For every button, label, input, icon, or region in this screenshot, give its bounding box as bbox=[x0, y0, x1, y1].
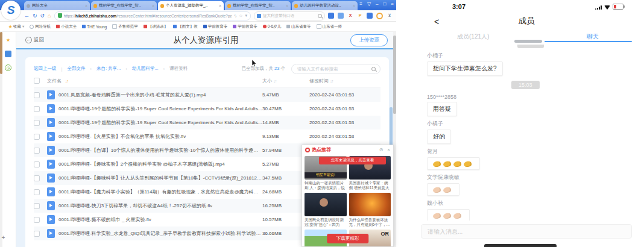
tab-close-icon[interactable]: × bbox=[219, 4, 221, 8]
quick-search-box[interactable]: 提大利济莱特口语 bbox=[254, 11, 325, 20]
tab-chat[interactable]: 聊天 bbox=[587, 33, 599, 41]
tab-label: 网址大全 bbox=[32, 3, 83, 8]
row-checkbox[interactable] bbox=[34, 203, 40, 209]
row-checkbox[interactable] bbox=[34, 120, 40, 126]
panel-icon[interactable]: ▽ bbox=[367, 1, 371, 7]
minimize-button[interactable]: – bbox=[376, 1, 378, 7]
flash-icon[interactable]: ϟ bbox=[234, 14, 236, 18]
apps-icon[interactable] bbox=[5, 51, 11, 57]
back-chevron-button[interactable]: < bbox=[434, 17, 439, 27]
browser-tab-active[interactable]: 个人资源库_辅助教学_.. × bbox=[158, 1, 224, 10]
row-checkbox[interactable] bbox=[34, 231, 40, 237]
browser-tab[interactable]: 网址大全 × bbox=[24, 1, 90, 10]
table-row[interactable]: 0001.凤凰宽频-看母鸡孵蛋第一个出来的小鸡 毛茸茸的惹人爱(1).mp4 5… bbox=[34, 88, 380, 102]
breadcrumb-current: 课程资料 bbox=[169, 66, 188, 72]
key-extension-icon[interactable]: P bbox=[357, 13, 363, 19]
search-icon[interactable] bbox=[371, 67, 376, 71]
ring-extension-icon[interactable] bbox=[376, 13, 383, 19]
row-checkbox[interactable] bbox=[34, 175, 40, 181]
search-icon[interactable] bbox=[318, 14, 322, 18]
row-checkbox[interactable] bbox=[34, 134, 40, 140]
row-checkbox[interactable] bbox=[34, 106, 40, 112]
browser-tab[interactable]: 我的学堂_在线学堂_智.. × bbox=[225, 1, 291, 10]
file-search-input[interactable] bbox=[296, 66, 369, 72]
history-icon[interactable]: ↺ bbox=[40, 13, 45, 19]
chat-message: 文学院康晓敏 bbox=[427, 174, 626, 196]
message-input[interactable] bbox=[421, 224, 632, 239]
table-row[interactable]: 0001.哔哩哔哩-【火星实验】不会氧化的苹果 抗氧化实验.flv 9.13MB… bbox=[34, 130, 380, 143]
row-checkbox[interactable] bbox=[34, 161, 40, 167]
file-search-box[interactable] bbox=[291, 64, 380, 74]
ad-news-item[interactable]: 为什么AI怪兽要被坏淡 元，只有规则6个字，... bbox=[349, 193, 391, 227]
ad-close-icon[interactable]: × bbox=[387, 147, 390, 152]
address-bar[interactable]: https://hikeh5.zhihuishu.com/resourceCen… bbox=[54, 11, 251, 20]
tab-close-icon[interactable]: × bbox=[353, 4, 355, 8]
bookmark-item[interactable]: 收藏▾ bbox=[8, 24, 24, 30]
refresh-icon[interactable]: ↻ bbox=[33, 13, 37, 19]
dropdown-chevron-icon[interactable]: ▾ bbox=[245, 13, 247, 18]
browser-tab[interactable]: 幼儿园科学教育活动设.. × bbox=[292, 1, 358, 10]
table-row[interactable]: 0001.哔哩哔哩-19个超酷的科学实验-19 Super Cool Scien… bbox=[34, 102, 380, 116]
video-file-icon bbox=[47, 104, 55, 113]
extension-icon[interactable] bbox=[338, 13, 344, 19]
breadcrumb-link[interactable]: 来自: 共享... bbox=[96, 66, 121, 72]
row-checkbox[interactable] bbox=[34, 189, 40, 195]
tab-close-icon[interactable]: × bbox=[152, 4, 154, 8]
sender-name: 文学院康晓敏 bbox=[427, 174, 626, 181]
bookmark-item[interactable]: 学前教育专 bbox=[203, 24, 228, 30]
bookmark-item[interactable]: 【讲清录】 bbox=[144, 24, 168, 30]
extension-icon[interactable] bbox=[328, 13, 334, 19]
maximize-button[interactable]: □ bbox=[383, 1, 386, 7]
bookmark-item[interactable]: 齐鲁师范学 bbox=[112, 24, 138, 30]
bookmark-item[interactable]: 网址导航 bbox=[30, 24, 51, 30]
sort-date-icon[interactable]: ↓↑ bbox=[330, 79, 333, 83]
ad-settings-gear-icon[interactable]: ⊙ bbox=[379, 147, 384, 152]
favicon-icon bbox=[227, 4, 231, 8]
clap-emoji bbox=[453, 161, 462, 168]
video-file-icon bbox=[47, 132, 55, 141]
screenshot-icon[interactable] bbox=[367, 13, 373, 19]
menu-icon[interactable]: ≡ bbox=[359, 1, 362, 7]
bookmark-star-icon[interactable]: ☆ bbox=[239, 13, 242, 18]
tab-members[interactable]: 成员(121人) bbox=[457, 33, 489, 41]
tab-close-icon[interactable]: × bbox=[85, 4, 87, 8]
row-checkbox[interactable] bbox=[34, 148, 40, 154]
bookmarks-bar: 收藏▾ 网址导航 小说大全 THE Young 齐鲁师范学 【讲清录】 【图文】… bbox=[0, 22, 396, 32]
breadcrumb-link[interactable]: 全部文件 bbox=[67, 66, 85, 72]
bookmark-item[interactable]: THE Young bbox=[82, 25, 107, 29]
bookmark-item[interactable]: 小说大全 bbox=[56, 24, 77, 30]
row-checkbox[interactable] bbox=[34, 217, 40, 223]
download-icon[interactable]: ⊻ bbox=[387, 13, 393, 19]
history-clock-icon[interactable]: ◷ bbox=[5, 64, 11, 71]
bookmark-item[interactable]: 【图文】教 bbox=[173, 24, 198, 30]
bookmark-item[interactable]: 学前教育专 bbox=[233, 24, 257, 30]
globe-favicon-icon bbox=[27, 4, 30, 8]
home-icon[interactable]: ⌂ bbox=[48, 13, 51, 19]
breadcrumb-back-link[interactable]: 返回上一级 bbox=[34, 66, 57, 72]
bookmark-item[interactable]: 0-6岁儿 bbox=[263, 24, 281, 30]
breadcrumb-link[interactable]: 幼儿园科学... bbox=[132, 66, 159, 72]
message-input-bar bbox=[421, 224, 632, 239]
sort-name-icon[interactable]: ↓↑ bbox=[65, 79, 68, 83]
add-icon[interactable]: + bbox=[0, 234, 7, 241]
tab-close-icon[interactable]: × bbox=[286, 4, 288, 8]
back-nav-icon[interactable]: ← bbox=[24, 13, 30, 19]
close-button[interactable]: × bbox=[391, 1, 394, 7]
sort-size-icon[interactable]: ↓↑ bbox=[273, 79, 276, 83]
unread-message-ribbon[interactable]: 您有未读消息，点击查看 bbox=[319, 157, 386, 164]
ad-news-item[interactable]: 美国民众有意识应对新冠 疫情“担心”：因为年... bbox=[305, 193, 347, 227]
bookmark-item[interactable]: 山东省青等 bbox=[286, 24, 311, 30]
favorites-star-icon[interactable]: ★ bbox=[5, 37, 11, 43]
browser-logo[interactable]: S bbox=[1, 1, 21, 20]
signal-icon bbox=[595, 5, 602, 10]
upload-resource-button[interactable]: 上传资源 bbox=[350, 34, 388, 46]
side-scrollbar[interactable] bbox=[0, 32, 2, 247]
favicon-icon bbox=[160, 4, 164, 8]
x-extension-icon[interactable]: X bbox=[347, 13, 353, 19]
row-checkbox[interactable] bbox=[34, 92, 40, 98]
select-all-checkbox[interactable] bbox=[34, 78, 40, 84]
browser-tab[interactable]: 我的学堂_在线学堂_智.. × bbox=[91, 1, 157, 10]
bookmark-item[interactable]: 山东省一师 bbox=[317, 24, 343, 30]
ad-download-button[interactable]: 下载更精彩 bbox=[327, 234, 369, 243]
table-row[interactable]: 0001.哔哩哔哩-19个超酷的科学实验-19 Super Cool Scien… bbox=[34, 116, 380, 130]
